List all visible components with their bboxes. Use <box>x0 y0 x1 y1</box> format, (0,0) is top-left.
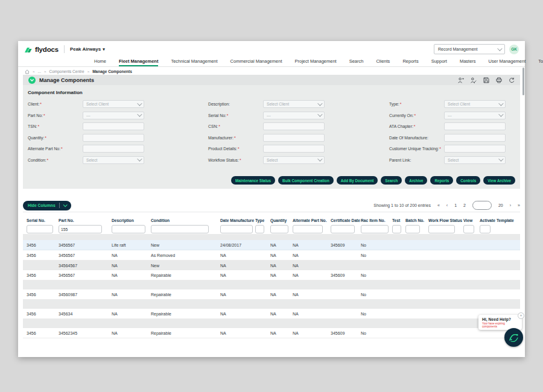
client-select[interactable]: Select Client <box>83 100 144 108</box>
table-row[interactable]: 34563456567NARepairableNANANA345609No <box>23 270 520 280</box>
controls-button[interactable]: Controls <box>456 176 480 185</box>
pagination-page-20[interactable]: 20 <box>498 203 503 207</box>
type-select[interactable]: Select Client <box>444 100 506 108</box>
condition-select[interactable]: Select <box>83 156 144 164</box>
print-icon[interactable] <box>496 77 502 83</box>
ata-chapter-input[interactable] <box>444 122 506 130</box>
nav-item-masters[interactable]: Masters <box>460 57 476 66</box>
hide-columns-button[interactable]: Hide Columns <box>23 201 71 210</box>
filter-condition-input[interactable] <box>151 225 209 233</box>
workflow-status-select[interactable]: Select <box>263 156 325 164</box>
search-button[interactable]: Search <box>381 176 402 185</box>
description-select[interactable]: Select Client <box>263 100 325 108</box>
pagination-page-2[interactable]: 2 <box>463 203 466 207</box>
nav-item-support[interactable]: Support <box>431 57 447 66</box>
table-row[interactable]: 345634560987NARepairableNANANANo <box>23 289 520 300</box>
nav-item-technical-management[interactable]: Technical Management <box>171 57 217 66</box>
table-row[interactable]: 34563456567Life raftNew24/08/2017NANA345… <box>23 240 520 250</box>
pagination-first-button[interactable]: « <box>437 203 440 207</box>
collapse-toggle-icon[interactable] <box>28 77 36 84</box>
close-icon[interactable]: × <box>518 312 524 319</box>
column-header-alternate-part-no[interactable]: Alternate Part No. <box>293 216 331 224</box>
filter-part-no-input[interactable] <box>59 225 102 233</box>
view-archive-button[interactable]: View Archive <box>483 176 515 185</box>
column-header-batch-no[interactable]: Batch No. <box>405 216 428 224</box>
column-header-condition[interactable]: Condition <box>151 216 220 224</box>
date-of-manufacture-input[interactable] <box>444 134 506 142</box>
bulk-component-creation-button[interactable]: Bulk Component Creation <box>278 176 334 185</box>
alternate-part-no-input[interactable] <box>83 145 144 153</box>
nav-item-commercial-management[interactable]: Commercial Management <box>230 57 282 66</box>
nav-item-fleet-management[interactable]: Fleet Management <box>119 57 158 66</box>
column-header-test[interactable]: Test <box>392 216 405 224</box>
filter-serial-no-input[interactable] <box>27 225 53 233</box>
table-row[interactable]: 345634562345NARepairableNANANA345609No <box>23 328 520 338</box>
quantity-input[interactable] <box>83 134 144 142</box>
column-header-serial-no[interactable]: Serial No. <box>23 216 59 224</box>
reports-button[interactable]: Reports <box>430 176 453 185</box>
filter-certificate-date-input[interactable] <box>331 225 355 233</box>
nav-item-user-management[interactable]: User Management <box>489 57 526 66</box>
parent-link-select[interactable]: Select <box>444 156 506 164</box>
column-header-activate-template[interactable]: Activate Template <box>480 216 520 224</box>
filter-description-input[interactable] <box>112 225 145 233</box>
avatar[interactable]: GK <box>509 45 519 54</box>
save-icon[interactable] <box>483 77 489 83</box>
tsn-input[interactable] <box>83 122 144 130</box>
pagination-last-button[interactable]: » <box>518 203 520 207</box>
add-by-document-button[interactable]: Add By Document <box>337 176 378 185</box>
filter-activate-template-input[interactable] <box>480 225 491 233</box>
table-row[interactable]: 34563456567NAAs RemovedNANANANo <box>23 250 520 261</box>
filter-date-manufacture-input[interactable] <box>220 225 253 233</box>
column-header-rac-item-no[interactable]: Rac Item No. <box>361 216 392 224</box>
column-header-part-no[interactable]: Part No. <box>59 216 112 224</box>
manufacturer-input[interactable] <box>263 134 325 142</box>
maintenance-status-button[interactable]: Maintenance Status <box>231 176 275 185</box>
product-details-input[interactable] <box>263 145 325 153</box>
user-edit-icon[interactable] <box>471 77 477 83</box>
chatbot-avatar[interactable] <box>504 328 523 347</box>
scrollbar-thumb[interactable] <box>522 68 524 95</box>
flydocs-logo[interactable]: flydocs <box>24 46 59 53</box>
nav-item-tools[interactable]: Tools <box>538 57 543 66</box>
filter-test-input[interactable] <box>392 225 401 233</box>
home-icon[interactable] <box>25 69 30 74</box>
part-no-select[interactable]: --- <box>83 112 144 119</box>
filter-rac-item-no-input[interactable] <box>361 225 389 233</box>
filter-work-flow-status-input[interactable] <box>428 225 455 233</box>
client-selector[interactable]: Peak Airways ▾ <box>70 46 105 52</box>
filter-alternate-part-no-input[interactable] <box>293 225 323 233</box>
filter-view-input[interactable] <box>463 225 474 233</box>
nav-item-reports[interactable]: Reports <box>402 57 418 66</box>
nav-item-project-management[interactable]: Project Management <box>294 57 336 66</box>
filter-quantity-input[interactable] <box>270 225 288 233</box>
csn-input[interactable] <box>263 122 325 130</box>
nav-item-clients[interactable]: Clients <box>376 57 390 66</box>
pagination-page-1[interactable]: 1 <box>454 203 457 207</box>
currently-on-select[interactable]: --- <box>444 112 506 119</box>
column-header-quantity[interactable]: Quantity <box>270 216 293 224</box>
column-header-description[interactable]: Description <box>112 216 151 224</box>
refresh-icon[interactable] <box>509 77 515 83</box>
customer-unique-tracking-input[interactable] <box>444 145 506 153</box>
breadcrumb-item-[interactable]: ... <box>38 69 41 74</box>
pagination-next-button[interactable]: › <box>510 203 511 207</box>
filter-batch-no-input[interactable] <box>405 225 420 233</box>
column-header-type[interactable]: Type <box>255 216 270 224</box>
archive-button[interactable]: Archive <box>405 176 427 185</box>
nav-item-search[interactable]: Search <box>349 57 364 66</box>
breadcrumb-item-components-centre[interactable]: Components Centre <box>49 69 84 74</box>
pagination-prev-button[interactable]: ‹ <box>446 203 448 207</box>
record-management-dropdown[interactable]: Record Management <box>434 44 505 54</box>
filter-type-input[interactable] <box>255 225 264 233</box>
table-row[interactable]: 34564567NANewNANANA <box>23 261 520 271</box>
serial-no-select[interactable]: --- <box>263 112 325 119</box>
column-header-date-manufacture[interactable]: Date Manufacture <box>220 216 255 224</box>
column-header-work-flow-status[interactable]: Work Flow Status <box>428 216 463 224</box>
column-header-view[interactable]: View <box>463 216 480 224</box>
table-row[interactable]: 3456345634NARepairableNANANANo <box>23 309 520 319</box>
share-user-icon[interactable] <box>458 77 464 83</box>
column-header-certificate-date[interactable]: Certificate Date <box>331 216 361 224</box>
nav-item-home[interactable]: Home <box>94 57 106 66</box>
pagination-current-input[interactable] <box>472 201 492 210</box>
